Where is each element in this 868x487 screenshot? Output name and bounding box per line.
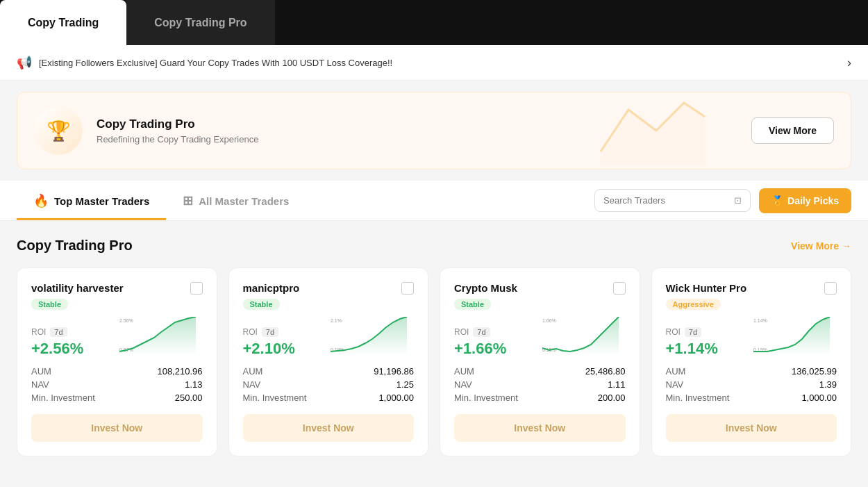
aum-stat: AUM 136,025.99	[666, 366, 837, 377]
card-checkbox[interactable]	[190, 282, 203, 295]
status-badge: Stable	[243, 299, 280, 310]
trader-name: volatility harvester	[31, 282, 124, 294]
promo-text: Copy Trading Pro Redefining the Copy Tra…	[97, 117, 258, 145]
invest-now-button[interactable]: Invest Now	[454, 414, 626, 442]
section-tabs-right: ⊡ 🏅 Daily Picks	[594, 188, 851, 213]
traders-grid: volatility harvester Stable ROI 7d +2.56…	[17, 267, 851, 456]
roi-label: ROI 7d	[666, 327, 718, 337]
banner-text: [Existing Followers Exclusive] Guard You…	[39, 58, 392, 68]
card-checkbox[interactable]	[613, 282, 626, 295]
promo-decoration	[587, 92, 712, 169]
roi-section: ROI 7d +1.14% 1.14% 0.19%	[666, 317, 837, 358]
tab-top-master-traders[interactable]: 🔥 Top Master Traders	[17, 181, 166, 220]
roi-value: +2.10%	[243, 340, 295, 358]
view-more-link[interactable]: View More →	[791, 240, 851, 251]
banner-left: 📢 [Existing Followers Exclusive] Guard Y…	[17, 55, 392, 70]
ctp-title: Copy Trading Pro	[17, 238, 133, 254]
view-more-button[interactable]: View More	[751, 117, 834, 144]
search-input[interactable]	[603, 195, 728, 206]
trader-name: Wick Hunter Pro	[666, 282, 747, 294]
roi-section: ROI 7d +1.66% 1.66% 0.15%	[454, 317, 626, 358]
promo-title: Copy Trading Pro	[97, 117, 258, 131]
card-header: Wick Hunter Pro	[666, 282, 837, 295]
header-tabs: Copy Trading Copy Trading Pro	[0, 0, 868, 45]
min-investment-stat: Min. Investment 1,000.00	[666, 393, 837, 403]
aum-stat: AUM 91,196.86	[243, 366, 415, 377]
top-master-label: Top Master Traders	[54, 195, 149, 207]
stats-row: AUM 91,196.86 NAV 1.25 Min. Investment 1…	[243, 366, 415, 403]
trader-card: volatility harvester Stable ROI 7d +2.56…	[17, 267, 217, 456]
aum-stat: AUM 25,486.80	[454, 366, 626, 377]
promo-subtitle: Redefining the Copy Trading Experience	[97, 134, 258, 145]
svg-text:1.14%: 1.14%	[753, 318, 767, 323]
stats-row: AUM 25,486.80 NAV 1.11 Min. Investment 2…	[454, 366, 626, 403]
grid-icon: ⊞	[183, 193, 193, 208]
card-header: volatility harvester	[31, 282, 203, 295]
roi-label: ROI 7d	[243, 327, 295, 337]
ctp-header: Copy Trading Pro View More →	[17, 238, 851, 254]
promo-card: 🏆 Copy Trading Pro Redefining the Copy T…	[17, 92, 851, 170]
roi-left: ROI 7d +2.10%	[243, 327, 295, 358]
stats-row: AUM 108,210.96 NAV 1.13 Min. Investment …	[31, 366, 203, 403]
svg-text:2.56%: 2.56%	[119, 318, 133, 323]
mini-chart: 2.1% 0.18%	[331, 317, 414, 358]
section-tabs-bar: 🔥 Top Master Traders ⊞ All Master Trader…	[0, 181, 868, 221]
aum-stat: AUM 108,210.96	[31, 366, 203, 377]
card-header: manicptpro	[243, 282, 415, 295]
stats-row: AUM 136,025.99 NAV 1.39 Min. Investment …	[666, 366, 837, 403]
trader-card: Wick Hunter Pro Aggressive ROI 7d +1.14%	[651, 267, 852, 456]
trader-name: manicptpro	[243, 282, 300, 294]
invest-now-button[interactable]: Invest Now	[666, 414, 837, 442]
status-badge: Stable	[454, 299, 491, 310]
medal-icon: 🏅	[771, 195, 783, 206]
card-checkbox[interactable]	[824, 282, 837, 295]
tab-all-master-traders[interactable]: ⊞ All Master Traders	[166, 181, 306, 220]
svg-text:1.66%: 1.66%	[542, 318, 556, 323]
invest-now-button[interactable]: Invest Now	[31, 414, 203, 442]
min-investment-stat: Min. Investment 200.00	[454, 393, 626, 403]
invest-now-button[interactable]: Invest Now	[243, 414, 415, 442]
search-icon[interactable]: ⊡	[734, 195, 742, 206]
main-content: Copy Trading Pro View More → volatility …	[0, 221, 868, 473]
banner-arrow-icon[interactable]: ›	[847, 56, 851, 70]
roi-section: ROI 7d +2.56% 2.56% 0.67%	[31, 317, 203, 358]
roi-period-badge: 7d	[473, 327, 490, 337]
card-header: Crypto Musk	[454, 282, 626, 295]
trophy-icon: 🏆	[47, 119, 71, 142]
roi-period-badge: 7d	[685, 327, 701, 337]
card-checkbox[interactable]	[401, 282, 414, 295]
nav-stat: NAV 1.25	[243, 379, 415, 390]
mini-chart: 1.14% 0.19%	[753, 317, 837, 358]
fire-icon: 🔥	[33, 193, 49, 208]
trader-card: manicptpro Stable ROI 7d +2.10%	[228, 267, 429, 456]
nav-stat: NAV 1.39	[666, 379, 837, 390]
roi-value: +1.14%	[666, 340, 718, 358]
mini-chart: 2.56% 0.67%	[119, 317, 203, 358]
promo-logo: 🏆	[34, 106, 83, 155]
megaphone-icon: 📢	[17, 55, 32, 70]
nav-stat: NAV 1.13	[31, 379, 203, 390]
roi-left: ROI 7d +1.66%	[454, 327, 506, 358]
roi-label: ROI 7d	[31, 327, 83, 337]
status-badge: Aggressive	[666, 299, 721, 310]
search-box: ⊡	[594, 189, 751, 212]
min-investment-stat: Min. Investment 1,000.00	[243, 393, 415, 403]
roi-period-badge: 7d	[262, 327, 278, 337]
tab-copy-trading[interactable]: Copy Trading	[0, 0, 126, 45]
tab-copy-trading-pro[interactable]: Copy Trading Pro	[126, 0, 274, 45]
status-badge: Stable	[31, 299, 68, 310]
roi-left: ROI 7d +2.56%	[31, 327, 83, 358]
announcement-banner: 📢 [Existing Followers Exclusive] Guard Y…	[0, 45, 868, 81]
svg-text:2.1%: 2.1%	[331, 318, 342, 323]
roi-period-badge: 7d	[50, 327, 67, 337]
all-master-label: All Master Traders	[199, 195, 289, 207]
min-investment-stat: Min. Investment 250.00	[31, 393, 203, 403]
trader-name: Crypto Musk	[454, 282, 517, 294]
nav-stat: NAV 1.11	[454, 379, 626, 390]
daily-picks-button[interactable]: 🏅 Daily Picks	[759, 188, 851, 213]
roi-label: ROI 7d	[454, 327, 506, 337]
roi-value: +2.56%	[31, 340, 83, 358]
section-tabs-left: 🔥 Top Master Traders ⊞ All Master Trader…	[17, 181, 306, 220]
roi-section: ROI 7d +2.10% 2.1% 0.18%	[243, 317, 415, 358]
mini-chart: 1.66% 0.15%	[542, 317, 626, 358]
